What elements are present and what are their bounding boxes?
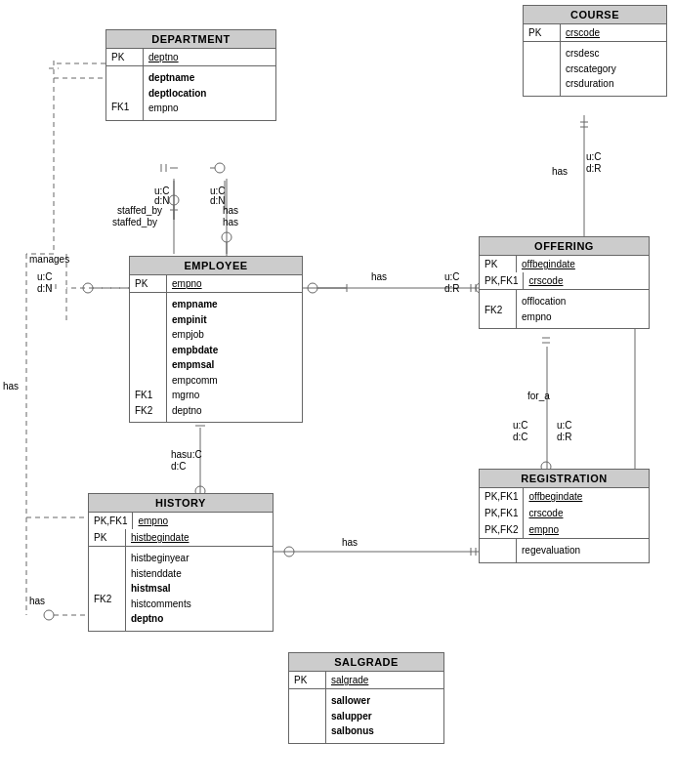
course-header: COURSE bbox=[524, 6, 666, 24]
off-reg-uc2: u:C bbox=[557, 420, 572, 431]
manages-uc: u:C bbox=[37, 271, 53, 282]
for-a-label: for_a bbox=[527, 391, 550, 401]
dept-emp-dn1: d:N bbox=[154, 195, 170, 206]
registration-entity: REGISTRATION PK,FK1 offbegindate PK,FK1 … bbox=[479, 469, 650, 563]
has-dashed-left: has bbox=[3, 381, 19, 392]
staffed-by-label: staffed_by bbox=[117, 205, 162, 216]
diagram-container: COURSE PK crscode crsdesc crscategory cr… bbox=[0, 0, 674, 784]
course-fk-labels bbox=[524, 42, 561, 96]
history-fk-labels: FK2 bbox=[89, 547, 126, 631]
svg-point-19 bbox=[169, 195, 179, 205]
registration-pk-rows: PK,FK1 offbegindate PK,FK1 crscode PK,FK… bbox=[480, 488, 649, 539]
off-reg-dr: d:R bbox=[557, 432, 572, 442]
department-pk-field: deptno bbox=[144, 49, 275, 65]
registration-fk-labels bbox=[480, 539, 517, 562]
salgrade-entity: SALGRADE PK salgrade sallower salupper s… bbox=[288, 652, 444, 744]
employee-pk-field: empno bbox=[167, 275, 302, 292]
salgrade-pk-label: PK bbox=[289, 672, 326, 688]
has-history-label: has bbox=[342, 537, 358, 548]
has-left-label: has bbox=[29, 596, 45, 606]
history-entity: HISTORY PK,FK1 empno PK histbegindate FK… bbox=[88, 493, 274, 632]
emp-off-uc: u:C bbox=[444, 271, 460, 282]
svg-point-46 bbox=[284, 547, 294, 557]
employee-pk-label: PK bbox=[130, 275, 167, 292]
emp-attrs: empname empinit empjob empbdate empmsal … bbox=[167, 293, 302, 422]
emp-fk-labels: FK1 FK2 bbox=[130, 293, 167, 422]
dept-emp-dn2: d:N bbox=[210, 195, 226, 206]
emp-off-dr: d:R bbox=[444, 283, 460, 294]
registration-attrs: regevaluation bbox=[517, 539, 649, 562]
dept-fk-labels: FK1 bbox=[106, 66, 144, 120]
svg-point-27 bbox=[83, 283, 93, 293]
offering-header: OFFERING bbox=[480, 237, 649, 256]
has-course-label: has bbox=[552, 166, 568, 177]
has-emp-offering-label: has bbox=[371, 271, 387, 282]
off-reg-dc: d:C bbox=[513, 432, 528, 442]
history-attrs: histbeginyear histenddate histmsal histc… bbox=[126, 547, 273, 631]
off-reg-uc: u:C bbox=[513, 420, 528, 431]
svg-point-22 bbox=[215, 163, 225, 173]
history-pk-rows: PK,FK1 empno PK histbegindate bbox=[89, 513, 273, 547]
registration-header: REGISTRATION bbox=[480, 470, 649, 488]
course-off-uc: u:C bbox=[586, 151, 602, 162]
department-header: DEPARTMENT bbox=[106, 30, 275, 49]
offering-attrs: offlocation empno bbox=[517, 290, 649, 328]
course-entity: COURSE PK crscode crsdesc crscategory cr… bbox=[523, 5, 667, 97]
svg-point-17 bbox=[222, 232, 232, 242]
has-emp-history-dc: d:C bbox=[171, 461, 187, 472]
course-pk-label: PK bbox=[524, 24, 561, 41]
salgrade-pk-field: salgrade bbox=[326, 672, 443, 688]
salgrade-fk-labels bbox=[289, 689, 326, 743]
salgrade-attrs: sallower salupper salbonus bbox=[326, 689, 443, 743]
dept-attrs: deptname deptlocation empno bbox=[144, 66, 275, 120]
course-off-dr: d:R bbox=[586, 163, 602, 174]
offering-fk-labels: FK2 bbox=[480, 290, 517, 328]
course-attrs: crsdesc crscategory crsduration bbox=[561, 42, 666, 96]
offering-pk-rows: PK offbegindate PK,FK1 crscode bbox=[480, 256, 649, 290]
manages-label: manages bbox=[29, 254, 69, 265]
has-text: has bbox=[223, 217, 238, 227]
employee-entity: EMPLOYEE PK empno FK1 FK2 empname empini… bbox=[129, 256, 303, 423]
offering-entity: OFFERING PK offbegindate PK,FK1 crscode … bbox=[479, 236, 650, 329]
staffed-by-text: staffed_by bbox=[112, 217, 157, 227]
salgrade-header: SALGRADE bbox=[289, 653, 443, 672]
department-entity: DEPARTMENT PK deptno FK1 deptname deptlo… bbox=[105, 29, 276, 121]
has-emp-history-label: hasu:C bbox=[171, 449, 202, 460]
svg-point-56 bbox=[44, 610, 54, 620]
has-dept-emp-label: has bbox=[223, 205, 238, 216]
svg-point-31 bbox=[308, 283, 317, 293]
history-header: HISTORY bbox=[89, 494, 273, 513]
course-pk-field: crscode bbox=[561, 24, 666, 41]
manages-dn: d:N bbox=[37, 283, 53, 294]
employee-header: EMPLOYEE bbox=[130, 257, 302, 275]
department-pk-label: PK bbox=[106, 49, 144, 65]
